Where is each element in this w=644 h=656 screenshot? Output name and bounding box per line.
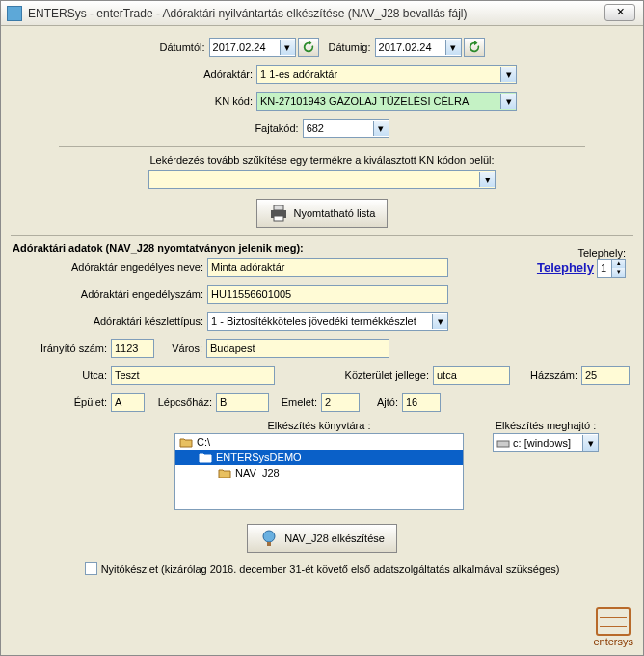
chevron-down-icon: ▾ [445, 40, 461, 55]
building-label: Épület: [11, 396, 107, 408]
zip-input[interactable] [111, 339, 154, 358]
kncode-label: KN kód: [127, 96, 253, 107]
city-label: Város: [154, 342, 202, 354]
floor-label: Emelet: [269, 396, 317, 408]
from-label: Dátumtól: [159, 41, 204, 53]
areatype-input[interactable] [433, 366, 510, 385]
folder-open-icon [199, 452, 212, 463]
site-block: Telephely: Telephely 1▴▾ [537, 247, 626, 278]
site-spinner[interactable]: 1▴▾ [597, 259, 626, 278]
typecode-label: Fajtakód: [255, 123, 298, 134]
warehouse-label: Adóraktár: [127, 68, 253, 80]
stocktype-label: Adóraktári készlettípus: [11, 315, 203, 327]
date-row: Dátumtól: 2017.02.24▾ Dátumig: 2017.02.2… [11, 38, 633, 57]
stocktype-combo[interactable]: 1 - Biztosítékköteles jövedéki termékkés… [207, 312, 448, 331]
door-label: Ajtó: [360, 396, 398, 408]
date-from-combo[interactable]: 2017.02.24▾ [209, 38, 296, 57]
chevron-down-icon: ▾ [373, 121, 389, 136]
street-input[interactable] [111, 366, 275, 385]
close-button[interactable]: ✕ [604, 4, 635, 21]
tree-root[interactable]: C:\ [175, 434, 463, 450]
kncode-combo[interactable]: KN-27101943 GÁZOLAJ TÜZELÉSI CÉLRA▾ [256, 92, 517, 111]
folder-tree[interactable]: C:\ ENTERSysDEMO NAV_J28 [174, 433, 464, 510]
staircase-input[interactable] [216, 393, 269, 412]
site-label: Telephely: [537, 247, 626, 259]
svg-rect-5 [267, 542, 271, 546]
warehouse-combo[interactable]: 1 1-es adóraktár▾ [256, 65, 517, 84]
app-icon [7, 6, 22, 21]
floor-input[interactable] [321, 393, 360, 412]
tree-selected[interactable]: ENTERSysDEMO [175, 450, 463, 465]
content-area: Dátumtól: 2017.02.24▾ Dátumig: 2017.02.2… [1, 26, 643, 592]
folder-label: Elkészítés könyvtára : [174, 420, 464, 431]
generate-button[interactable]: NAV_J28 elkészítése [247, 524, 397, 553]
folder-icon [218, 468, 231, 478]
chevron-down-icon: ▾ [582, 435, 598, 451]
building-input[interactable] [111, 393, 145, 412]
filter-combo[interactable]: ▾ [148, 170, 496, 189]
svg-point-4 [263, 531, 275, 542]
houseno-input[interactable] [581, 366, 630, 385]
svg-rect-3 [497, 441, 509, 447]
opening-stock-label: Nyitókészlet (kizárólag 2016. december 3… [101, 563, 560, 575]
chevron-down-icon: ▾ [479, 172, 495, 187]
titlebar: ENTERSys - enterTrade - Adóraktári nyilv… [1, 1, 643, 26]
to-label: Dátumig: [329, 41, 371, 53]
abacus-icon [596, 607, 631, 636]
refresh-to-button[interactable] [464, 38, 485, 57]
globe-icon [259, 529, 279, 548]
opening-stock-checkbox[interactable] [85, 562, 97, 575]
permitnum-input[interactable] [207, 285, 448, 304]
chevron-down-icon: ▾ [280, 40, 295, 55]
houseno-label: Házszám: [510, 369, 577, 381]
logo: entersys [593, 607, 633, 647]
permitname-label: Adóraktár engedélyes neve: [11, 261, 203, 273]
window-title: ENTERSys - enterTrade - Adóraktári nyilv… [28, 7, 468, 20]
svg-rect-2 [274, 216, 283, 221]
zip-label: Irányító szám: [11, 342, 107, 354]
drive-combo[interactable]: c: [windows]▾ [493, 433, 599, 452]
permitnum-label: Adóraktári engedélyszám: [11, 288, 203, 300]
chevron-down-icon: ▾ [432, 314, 447, 329]
divider [59, 146, 585, 147]
drive-label: Elkészítés meghajtó : [493, 420, 599, 431]
staircase-label: Lépcsőház: [145, 396, 212, 408]
date-to-combo[interactable]: 2017.02.24▾ [375, 38, 462, 57]
svg-rect-1 [274, 205, 283, 210]
typecode-combo[interactable]: 682▾ [303, 119, 389, 138]
print-button[interactable]: Nyomtatható lista [256, 199, 389, 228]
drive-icon [496, 439, 510, 449]
folder-open-icon [179, 437, 193, 448]
permitname-input[interactable] [207, 258, 448, 277]
areatype-label: Közterület jellege: [275, 369, 429, 381]
filter-label: Lekérdezés tovább szűkítése egy termékre… [149, 154, 494, 166]
city-input[interactable] [206, 339, 389, 358]
refresh-from-button[interactable] [298, 38, 319, 57]
door-input[interactable] [402, 393, 441, 412]
site-link[interactable]: Telephely [537, 260, 594, 275]
street-label: Utca: [11, 369, 107, 381]
chevron-down-icon: ▾ [500, 94, 516, 109]
tree-child[interactable]: NAV_J28 [175, 465, 463, 480]
main-window: ENTERSys - enterTrade - Adóraktári nyilv… [0, 0, 644, 656]
chevron-down-icon: ▾ [500, 67, 516, 82]
printer-icon [269, 205, 288, 222]
